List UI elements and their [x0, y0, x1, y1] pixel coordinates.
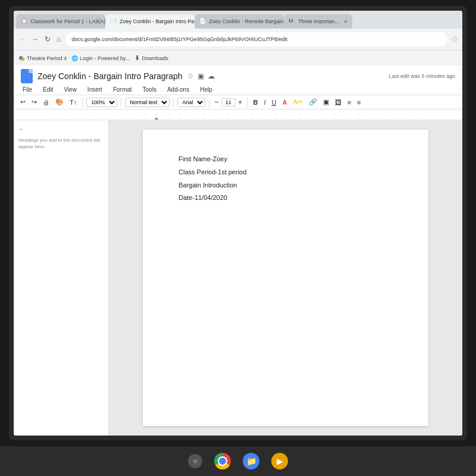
bookmark-downloads[interactable]: ⬇ Downloads — [134, 54, 168, 62]
align-left-button[interactable]: ≡ — [346, 98, 353, 107]
outline-hint: Headings you add to the document will ap… — [18, 137, 104, 150]
tab-classwork[interactable]: 📋 Classwork for Period 1 - LA9(A) : × — [16, 14, 105, 29]
taskbar: ○ 📁 ▶ — [0, 446, 476, 476]
drive-icon[interactable]: ▣ — [198, 72, 204, 80]
home-button[interactable]: ⌂ — [55, 34, 62, 45]
search-circle[interactable]: ○ — [188, 454, 202, 468]
bold-button[interactable]: B — [251, 98, 259, 107]
outline-back-button[interactable]: ← — [18, 126, 104, 132]
ruler: ▼ — [14, 109, 462, 120]
search-icon: ○ — [193, 457, 197, 465]
doc-page-wrapper[interactable]: First Name-Zoey Class Period-1st period … — [109, 120, 462, 436]
tab-label-1: Classwork for Period 1 - LA9(A) : — [30, 18, 105, 24]
tab-remote[interactable]: 📄 Zoey Conklin - Remote Bargain C... × — [195, 14, 284, 29]
doc-line-2: Class Period-1st period — [178, 167, 393, 178]
files-icon-symbol: 📁 — [246, 456, 256, 466]
clear-formatting-button[interactable]: T↑ — [68, 98, 79, 107]
tab-favicon-4: M — [289, 18, 296, 25]
text-style-select[interactable]: Normal text — [125, 98, 170, 107]
toolbar-divider-2 — [121, 98, 121, 107]
forward-button[interactable]: → — [30, 34, 40, 45]
tab-bargain[interactable]: 📄 Zoey Conklin - Bargain Intro Par... × — [105, 14, 195, 29]
theatre-favicon: 🎭 — [18, 55, 25, 61]
docs-header: Zoey Conklin - Bargain Intro Paragraph ☆… — [14, 65, 462, 95]
laptop-bezel: 📋 Classwork for Period 1 - LA9(A) : × 📄 … — [9, 6, 467, 440]
address-input[interactable] — [65, 32, 447, 46]
back-button[interactable]: ← — [17, 34, 27, 45]
play-icon-symbol: ▶ — [277, 456, 283, 466]
doc-line-1: First Name-Zoey — [178, 154, 393, 165]
font-size-decrease[interactable]: − — [213, 98, 220, 106]
download-icon: ⬇ — [134, 54, 140, 62]
tab-close-4[interactable]: × — [344, 18, 347, 25]
print-button[interactable]: 🖨 — [41, 98, 51, 107]
zoom-select[interactable]: 100% — [86, 98, 117, 107]
bookmarks-bar: 🎭 Theatre Period 4 🌐 Login - Powered by.… — [14, 50, 462, 65]
doc-layout: ← Headings you add to the document will … — [14, 120, 462, 436]
toolbar-divider-5 — [247, 98, 248, 107]
menu-insert[interactable]: Insert — [86, 86, 104, 93]
tab-mail[interactable]: M Three Importan... × — [284, 14, 352, 29]
italic-button[interactable]: I — [262, 98, 267, 107]
font-size-input[interactable] — [221, 98, 236, 107]
image-button[interactable]: 🖼 — [333, 98, 343, 107]
tab-bar: 📋 Classwork for Period 1 - LA9(A) : × 📄 … — [14, 11, 462, 29]
docs-toolbar: ↩ ↪ 🖨 🎨 T↑ 100% Normal text Arial — [14, 95, 462, 109]
bookmark-theatre[interactable]: 🎭 Theatre Period 4 — [18, 55, 67, 61]
docs-title-icons: ☆ ▣ ☁ — [187, 72, 215, 80]
outline-panel: ← Headings you add to the document will … — [14, 120, 109, 436]
menu-file[interactable]: File — [21, 86, 34, 93]
bookmark-login[interactable]: 🌐 Login - Powered by... — [71, 55, 130, 61]
comment-button[interactable]: ▣ — [321, 97, 331, 107]
paint-format-button[interactable]: 🎨 — [54, 97, 65, 107]
doc-line-4: Date-11/04/2020 — [178, 192, 393, 204]
tab-favicon-2: 📄 — [110, 18, 117, 25]
highlight-button[interactable]: A✏ — [291, 97, 304, 107]
menu-edit[interactable]: Edit — [41, 86, 55, 93]
ruler-line: ▼ — [49, 114, 427, 115]
toolbar-divider-1 — [82, 98, 83, 107]
play-taskbar-icon[interactable]: ▶ — [271, 453, 288, 469]
browser-chrome: 📋 Classwork for Period 1 - LA9(A) : × 📄 … — [14, 11, 462, 65]
docs-last-edit: Last edit was 5 minutes ago — [389, 73, 455, 79]
align-more-button[interactable]: ≡ — [355, 98, 362, 107]
address-bar-row: ← → ↻ ⌂ ☆ — [14, 29, 462, 50]
menu-tools[interactable]: Tools — [141, 86, 158, 93]
underline-button[interactable]: U — [270, 98, 278, 107]
menu-addons[interactable]: Add-ons — [165, 86, 191, 93]
bookmark-theatre-label: Theatre Period 4 — [27, 55, 67, 61]
bookmark-star[interactable]: ☆ — [451, 35, 459, 44]
font-select[interactable]: Arial — [177, 98, 205, 107]
docs-title-row: Zoey Conklin - Bargain Intro Paragraph ☆… — [21, 69, 455, 83]
tab-label-2: Zoey Conklin - Bargain Intro Par... — [120, 18, 195, 24]
menu-view[interactable]: View — [62, 86, 79, 93]
files-taskbar-icon[interactable]: 📁 — [243, 453, 259, 469]
redo-button[interactable]: ↪ — [30, 97, 39, 107]
doc-content[interactable]: First Name-Zoey Class Period-1st period … — [178, 154, 393, 204]
menu-format[interactable]: Format — [111, 86, 134, 93]
docs-area: Zoey Conklin - Bargain Intro Paragraph ☆… — [14, 65, 462, 436]
back-arrow-icon: ← — [18, 126, 24, 132]
ruler-tab-marker: ▼ — [154, 116, 159, 120]
chrome-taskbar-icon[interactable] — [214, 453, 231, 469]
toolbar-divider-4 — [209, 98, 209, 107]
menu-help[interactable]: Help — [198, 86, 214, 93]
link-button[interactable]: 🔗 — [307, 97, 319, 107]
docs-menu-bar: File Edit View Insert Format Tools Add-o… — [21, 84, 455, 95]
star-icon[interactable]: ☆ — [187, 72, 194, 80]
undo-button[interactable]: ↩ — [18, 97, 27, 107]
refresh-button[interactable]: ↻ — [43, 34, 52, 45]
font-size-control: − + — [213, 98, 243, 107]
screen: 📋 Classwork for Period 1 - LA9(A) : × 📄 … — [14, 11, 462, 436]
doc-page[interactable]: First Name-Zoey Class Period-1st period … — [143, 130, 428, 426]
doc-line-3: Bargain Introduction — [178, 180, 393, 192]
tab-favicon-3: 📄 — [199, 18, 206, 25]
font-size-increase[interactable]: + — [237, 98, 244, 106]
docs-title: Zoey Conklin - Bargain Intro Paragraph — [37, 71, 183, 81]
text-color-button[interactable]: A — [280, 98, 289, 107]
tab-favicon-1: 📋 — [21, 18, 28, 25]
tab-label-4: Three Importan... — [298, 18, 339, 24]
login-favicon: 🌐 — [71, 55, 78, 61]
docs-logo-icon — [21, 69, 33, 83]
toolbar-divider-3 — [173, 98, 174, 107]
